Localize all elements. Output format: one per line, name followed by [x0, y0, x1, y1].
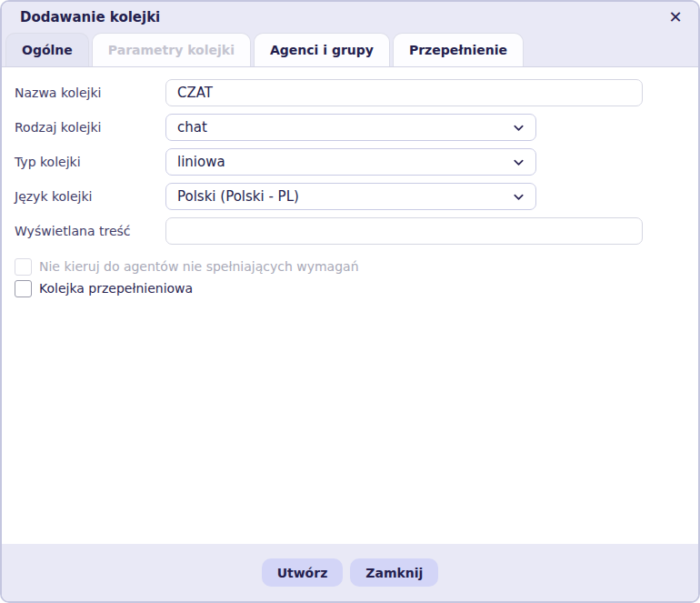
displayed-content-label: Wyświetlana treść: [15, 224, 165, 238]
queue-kind-value: chat: [177, 119, 207, 136]
dialog-titlebar: Dodawanie kolejki ✕: [2, 2, 698, 32]
tab-agenci-i-grupy[interactable]: Agenci i grupy: [254, 33, 390, 66]
create-button[interactable]: Utwórz: [262, 558, 344, 587]
add-queue-dialog: Dodawanie kolejki ✕ Ogólne Parametry kol…: [0, 0, 700, 603]
dialog-title: Dodawanie kolejki: [20, 9, 160, 25]
tab-bar: Ogólne Parametry kolejki Agenci i grupy …: [2, 32, 698, 67]
tab-przepelnienie[interactable]: Przepełnienie: [393, 33, 524, 66]
no-route-checkbox-label: Nie kieruj do agentów nie spełniających …: [39, 259, 359, 274]
queue-type-value: liniowa: [177, 154, 225, 170]
queue-language-select[interactable]: Polski (Polski - PL): [165, 183, 536, 210]
close-button[interactable]: Zamknij: [350, 558, 438, 587]
chevron-down-icon: [512, 121, 525, 135]
checkbox-section: Nie kieruj do agentów nie spełniających …: [15, 257, 685, 297]
tab-ogolne[interactable]: Ogólne: [5, 33, 89, 66]
displayed-content-input[interactable]: [165, 217, 643, 245]
form-row-displayed-content: Wyświetlana treść: [15, 217, 685, 245]
queue-name-input[interactable]: [165, 79, 643, 106]
chevron-down-icon: [512, 156, 525, 169]
overflow-queue-checkbox-label: Kolejka przepełnieniowa: [39, 281, 193, 296]
form-row-queue-name: Nazwa kolejki: [15, 79, 685, 106]
queue-kind-label: Rodzaj kolejki: [15, 120, 165, 135]
queue-language-value: Polski (Polski - PL): [177, 188, 299, 205]
dialog-content: Nazwa kolejki Rodzaj kolejki chat Typ ko…: [2, 67, 698, 544]
close-icon[interactable]: ✕: [665, 7, 685, 27]
queue-type-select[interactable]: liniowa: [165, 148, 536, 176]
tab-parametry-kolejki: Parametry kolejki: [92, 33, 251, 66]
checkbox-row-overflow-queue: Kolejka przepełnieniowa: [15, 279, 685, 297]
queue-language-label: Język kolejki: [15, 189, 165, 204]
checkbox-row-no-route: Nie kieruj do agentów nie spełniających …: [15, 257, 685, 276]
queue-name-label: Nazwa kolejki: [15, 85, 165, 100]
dialog-footer: Utwórz Zamknij: [2, 544, 698, 601]
queue-type-label: Typ kolejki: [15, 155, 165, 169]
form-row-queue-language: Język kolejki Polski (Polski - PL): [15, 183, 685, 210]
chevron-down-icon: [512, 190, 525, 204]
form-row-queue-type: Typ kolejki liniowa: [15, 148, 685, 176]
form-row-queue-kind: Rodzaj kolejki chat: [15, 114, 685, 141]
no-route-checkbox: [15, 258, 32, 276]
queue-kind-select[interactable]: chat: [165, 114, 536, 141]
overflow-queue-checkbox[interactable]: [15, 280, 32, 297]
